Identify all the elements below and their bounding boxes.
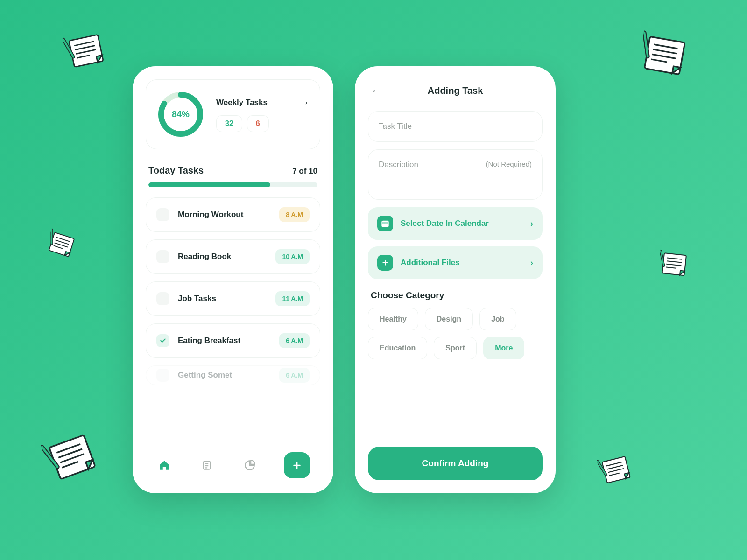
task-row[interactable]: Reading Book 10 A.M xyxy=(146,239,320,274)
task-checkbox[interactable] xyxy=(156,369,169,382)
pie-chart-icon[interactable] xyxy=(241,457,258,474)
task-row[interactable]: Morning Workout 8 A.M xyxy=(146,197,320,232)
weekly-title: Weekly Tasks xyxy=(216,98,268,107)
plus-icon xyxy=(377,255,393,271)
task-title-placeholder: Task Title xyxy=(379,122,412,131)
note-icon xyxy=(657,246,692,281)
add-task-screen: ← Adding Task Task Title Description (No… xyxy=(355,66,556,493)
category-more-chip[interactable]: More xyxy=(483,337,524,359)
calendar-icon xyxy=(377,216,393,231)
note-icon xyxy=(39,422,106,490)
select-date-label: Select Date In Calendar xyxy=(401,219,489,228)
weekly-card: 84% Weekly Tasks → 32 6 xyxy=(146,79,320,149)
today-title: Today Tasks xyxy=(148,165,204,176)
today-count: 7 of 10 xyxy=(292,167,317,176)
task-checkbox[interactable] xyxy=(156,208,169,221)
description-placeholder: Description xyxy=(379,160,418,169)
task-time: 10 A.M xyxy=(275,249,310,264)
weekly-arrow-icon[interactable]: → xyxy=(299,97,310,109)
note-icon xyxy=(636,25,694,84)
task-name: Job Tasks xyxy=(178,294,267,303)
task-time: 6 A.M xyxy=(279,368,310,383)
task-checkbox[interactable] xyxy=(156,250,169,263)
svg-point-20 xyxy=(386,224,387,225)
weekly-remain-chip[interactable]: 6 xyxy=(247,115,269,132)
task-description-input[interactable]: Description (Not Required) xyxy=(368,149,543,200)
task-title-input[interactable]: Task Title xyxy=(368,111,543,142)
confirm-label: Confirm Adding xyxy=(422,458,489,469)
list-icon[interactable] xyxy=(198,457,215,474)
chevron-right-icon: › xyxy=(530,258,533,268)
progress-ring: 84% xyxy=(156,90,205,139)
task-row[interactable]: Getting Somet 6 A.M xyxy=(146,365,320,385)
confirm-adding-button[interactable]: Confirm Adding xyxy=(368,447,543,480)
chevron-right-icon: › xyxy=(530,219,533,229)
note-icon xyxy=(62,25,112,75)
task-time: 6 A.M xyxy=(279,333,310,348)
category-chip[interactable]: Job xyxy=(479,308,516,330)
svg-point-18 xyxy=(383,224,384,225)
home-icon[interactable] xyxy=(156,457,173,474)
today-progress-bar xyxy=(148,182,270,187)
additional-files-label: Additional Files xyxy=(401,258,460,267)
weekly-percent: 84% xyxy=(156,90,205,139)
tab-bar xyxy=(146,448,320,483)
task-name: Reading Book xyxy=(178,252,267,261)
category-grid: Healthy Design Job Education Sport More xyxy=(368,308,543,359)
task-name: Getting Somet xyxy=(178,371,271,380)
task-checkbox[interactable] xyxy=(156,292,169,305)
weekly-done-chip[interactable]: 32 xyxy=(216,115,242,132)
today-progress xyxy=(148,182,317,187)
task-row[interactable]: Job Tasks 11 A.M xyxy=(146,281,320,316)
category-chip[interactable]: Education xyxy=(368,337,427,359)
note-icon xyxy=(596,448,636,489)
category-chip[interactable]: Design xyxy=(425,308,473,330)
page-title: Adding Task xyxy=(382,85,529,96)
note-icon xyxy=(43,225,80,262)
category-chip[interactable]: Healthy xyxy=(368,308,418,330)
task-time: 8 A.M xyxy=(279,207,310,222)
task-name: Morning Workout xyxy=(178,210,271,219)
svg-point-19 xyxy=(385,224,386,225)
task-time: 11 A.M xyxy=(275,291,310,306)
task-checkbox[interactable] xyxy=(156,334,169,347)
category-chip[interactable]: Sport xyxy=(434,337,477,359)
select-date-button[interactable]: Select Date In Calendar › xyxy=(368,207,543,240)
additional-files-button[interactable]: Additional Files › xyxy=(368,246,543,279)
add-button[interactable] xyxy=(284,452,310,478)
task-row[interactable]: Eating Breakfast 6 A.M xyxy=(146,323,320,358)
tasks-screen: 84% Weekly Tasks → 32 6 Today Tasks 7 of… xyxy=(133,66,333,493)
description-hint: (Not Required) xyxy=(486,160,532,169)
task-name: Eating Breakfast xyxy=(178,336,271,345)
category-title: Choose Category xyxy=(371,290,540,301)
back-icon[interactable]: ← xyxy=(371,84,382,97)
